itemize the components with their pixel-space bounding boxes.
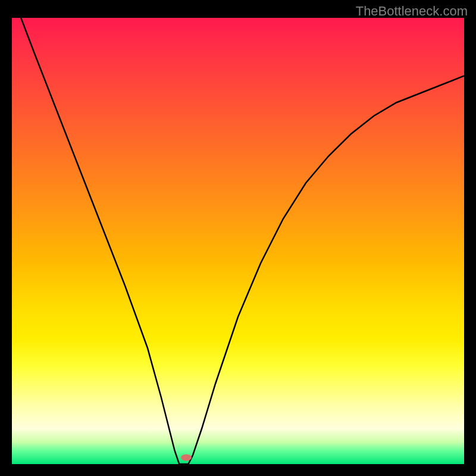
bottleneck-curve <box>12 18 464 464</box>
chart-plot-area <box>12 18 464 464</box>
minimum-marker <box>181 454 192 461</box>
watermark-text: TheBottleneck.com <box>356 4 468 19</box>
